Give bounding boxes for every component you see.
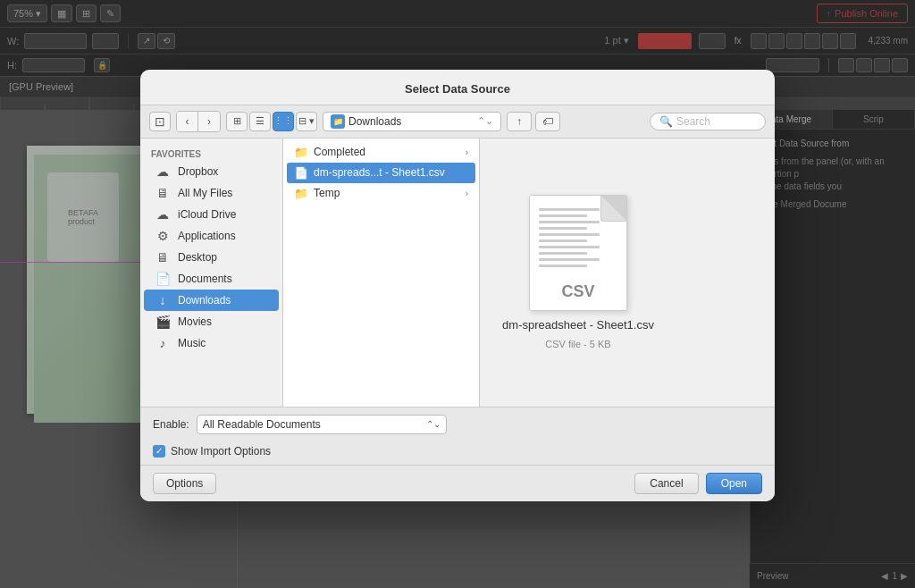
csv-file-icon: 📄 <box>294 166 308 180</box>
view-icon-btn[interactable]: ⊞ <box>226 112 248 131</box>
music-icon: ♪ <box>155 336 171 350</box>
csv-line-3 <box>539 221 600 223</box>
sidebar-item-movies[interactable]: 🎬 Movies <box>144 311 279 332</box>
file-item-completed-label: Completed <box>314 146 365 158</box>
icloud-icon: ☁ <box>155 207 171 222</box>
sidebar-desktop-label: Desktop <box>178 251 217 264</box>
share-btn[interactable]: ↑ <box>507 112 532 131</box>
enable-value: All Readable Documents <box>203 418 321 431</box>
sidebar-movies-label: Movies <box>178 315 212 328</box>
documents-icon: 📄 <box>155 272 171 286</box>
sidebar-favorites-label: Favorites <box>140 146 282 161</box>
sidebar-item-desktop[interactable]: 🖥 Desktop <box>144 247 279 268</box>
cancel-label: Cancel <box>650 477 683 490</box>
enable-label: Enable: <box>153 418 189 431</box>
csv-type-label: CSV <box>561 282 594 301</box>
downloads-icon: ↓ <box>155 293 171 307</box>
options-button[interactable]: Options <box>153 473 216 494</box>
view-buttons: ⊞ ☰ ⋮⋮ ⊟ ▾ <box>226 112 317 131</box>
preview-file-name: dm-spreadsheet - Sheet1.csv <box>502 318 654 332</box>
show-import-label: Show Import Options <box>171 445 271 458</box>
view-column-btn[interactable]: ⋮⋮ <box>273 112 294 131</box>
folder-arrow-completed: › <box>466 147 468 157</box>
sidebar-applications-label: Applications <box>178 230 236 242</box>
back-btn[interactable]: ‹ <box>177 112 198 131</box>
sidebar-documents-label: Documents <box>178 273 232 285</box>
view-cover-btn[interactable]: ⊟ ▾ <box>296 112 317 131</box>
preview-file-meta: CSV file - 5 KB <box>545 339 610 349</box>
csv-preview-lines <box>539 208 600 271</box>
action-buttons: ↑ 🏷 <box>507 112 560 131</box>
view-list-btn[interactable]: ☰ <box>249 112 271 131</box>
footer-right-buttons: Cancel Open <box>634 473 762 494</box>
open-label: Open <box>721 477 747 490</box>
checkbox-row: ✓ Show Import Options <box>140 441 775 465</box>
sidebar-item-documents[interactable]: 📄 Documents <box>144 268 279 290</box>
select-data-source-dialog: Select Data Source ⊡ ‹ › ⊞ ☰ ⋮⋮ ⊟ ▾ 📁 Do… <box>140 70 775 501</box>
dialog-body: Favorites ☁ Dropbox 🖥 All My Files ☁ iCl… <box>140 139 775 407</box>
applications-icon: ⚙ <box>155 229 171 243</box>
csv-line-6 <box>539 239 587 242</box>
modal-overlay: Select Data Source ⊡ ‹ › ⊞ ☰ ⋮⋮ ⊟ ▾ 📁 Do… <box>0 0 915 588</box>
csv-line-2 <box>539 214 587 217</box>
search-placeholder: Search <box>676 115 710 128</box>
search-box[interactable]: 🔍 Search <box>650 113 766 130</box>
folder-icon-temp: 📁 <box>294 187 308 200</box>
sidebar-item-icloud[interactable]: ☁ iCloud Drive <box>144 204 279 225</box>
csv-line-7 <box>539 246 600 248</box>
sidebar-music-label: Music <box>178 337 206 349</box>
csv-line-5 <box>539 233 600 236</box>
movies-icon: 🎬 <box>155 315 171 329</box>
dialog-title-text: Select Data Source <box>405 82 510 96</box>
tag-btn[interactable]: 🏷 <box>535 112 560 131</box>
options-label: Options <box>166 477 203 490</box>
sidebar-item-all-my-files[interactable]: 🖥 All My Files <box>144 182 279 204</box>
forward-btn[interactable]: › <box>198 112 220 131</box>
sidebar-item-applications[interactable]: ⚙ Applications <box>144 225 279 247</box>
dialog-bottom-row: Enable: All Readable Documents ⌃⌄ <box>140 407 775 441</box>
sidebar-item-music[interactable]: ♪ Music <box>144 332 279 354</box>
search-icon: 🔍 <box>659 115 673 128</box>
file-preview: CSV dm-spreadsheet - Sheet1.csv CSV file… <box>480 139 676 407</box>
sidebar-item-downloads[interactable]: ↓ Downloads <box>144 290 279 311</box>
enable-dropdown-icon: ⌃⌄ <box>426 419 441 429</box>
location-selector[interactable]: 📁 Downloads ⌃⌄ <box>323 112 501 131</box>
file-item-csv[interactable]: 📄 dm-spreads...t - Sheet1.csv <box>287 163 475 183</box>
file-list: 📁 Completed › 📄 dm-spreads...t - Sheet1.… <box>283 139 480 407</box>
sidebar-toggle-btn[interactable]: ⊡ <box>149 112 171 131</box>
sidebar-all-my-files-label: All My Files <box>178 187 232 199</box>
dialog-footer: Options Cancel Open <box>140 465 775 501</box>
csv-line-8 <box>539 252 587 255</box>
dropbox-icon: ☁ <box>155 164 171 179</box>
csv-line-9 <box>539 258 600 261</box>
location-label: Downloads <box>348 115 401 128</box>
sidebar-dropbox-label: Dropbox <box>178 165 218 178</box>
csv-file-preview-icon: CSV <box>529 195 627 311</box>
sidebar-downloads-label: Downloads <box>178 294 231 307</box>
sidebar-item-dropbox[interactable]: ☁ Dropbox <box>144 161 279 182</box>
file-item-csv-label: dm-spreads...t - Sheet1.csv <box>314 166 445 179</box>
location-chevron-icon: ⌃⌄ <box>477 115 493 127</box>
sidebar-icloud-label: iCloud Drive <box>178 208 236 221</box>
enable-select[interactable]: All Readable Documents ⌃⌄ <box>197 415 447 434</box>
location-folder-icon: 📁 <box>331 114 345 129</box>
csv-line-1 <box>539 208 600 211</box>
all-files-icon: 🖥 <box>155 186 171 200</box>
file-item-temp[interactable]: 📁 Temp › <box>287 183 475 204</box>
desktop-icon: 🖥 <box>155 250 171 265</box>
cancel-button[interactable]: Cancel <box>634 473 698 494</box>
nav-btn-group: ‹ › <box>176 111 221 132</box>
file-item-temp-label: Temp <box>314 187 340 199</box>
dialog-toolbar: ⊡ ‹ › ⊞ ☰ ⋮⋮ ⊟ ▾ 📁 Downloads ⌃⌄ ↑ <box>140 105 775 139</box>
show-import-checkbox[interactable]: ✓ <box>153 445 165 458</box>
dialog-title: Select Data Source <box>140 70 775 105</box>
csv-line-4 <box>539 227 587 230</box>
open-button[interactable]: Open <box>706 473 762 494</box>
folder-arrow-temp: › <box>466 189 468 198</box>
file-sidebar: Favorites ☁ Dropbox 🖥 All My Files ☁ iCl… <box>140 139 283 407</box>
folder-icon-completed: 📁 <box>294 146 308 159</box>
file-item-completed[interactable]: 📁 Completed › <box>287 142 475 163</box>
csv-line-10 <box>539 265 587 267</box>
